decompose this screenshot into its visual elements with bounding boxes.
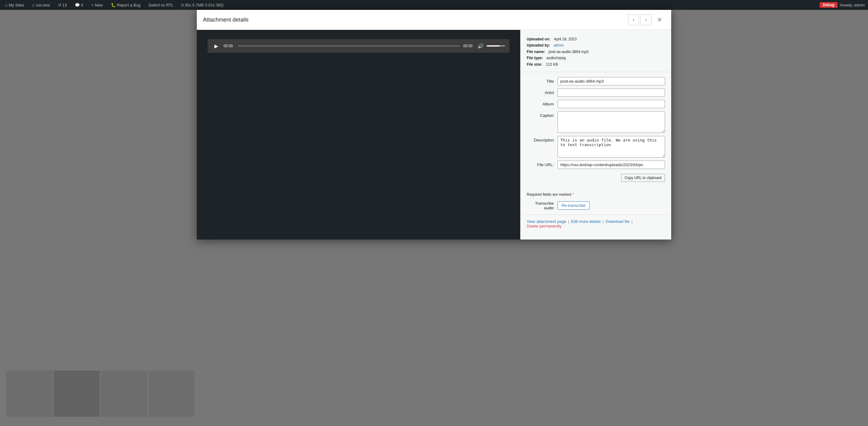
chevron-left-icon: ‹	[633, 17, 634, 23]
updates-count: 13	[63, 3, 67, 7]
prev-attachment-button[interactable]: ‹	[628, 14, 639, 25]
my-sites-label: My Sites	[9, 3, 24, 7]
admin-bar-comments[interactable]: 💬 0	[73, 0, 85, 10]
play-button[interactable]: ▶	[212, 41, 221, 50]
caption-label: Caption	[527, 111, 558, 118]
transcribe-label: Transcribe audio	[527, 201, 558, 210]
file-size-label: File size:	[527, 61, 542, 67]
description-field-row: Description This is an audio file. We ar…	[527, 136, 665, 158]
modal-title: Attachment details	[203, 17, 249, 23]
file-url-field-row: File URL:	[527, 161, 665, 169]
title-input[interactable]	[558, 77, 665, 85]
artist-label: Artist	[527, 88, 558, 95]
uploaded-on-value: April 18, 2023	[554, 36, 577, 42]
file-name-row: File name: post-as-audio-3864.mp3	[527, 49, 665, 55]
required-note-text: Required fields are marked	[527, 192, 572, 197]
audio-progress-bar[interactable]	[238, 45, 460, 47]
attachment-details-panel: Uploaded on: April 18, 2023 Uploaded by:…	[520, 30, 671, 239]
debug-badge: Debug	[819, 2, 837, 8]
title-field-row: Title	[527, 77, 665, 85]
perf-label: 0.35s 5.7MB 0.01s 36Q	[181, 3, 224, 7]
separator-1: |	[568, 219, 569, 224]
site-icon: ⌂	[32, 2, 34, 7]
file-name-label: File name:	[527, 49, 545, 55]
transcribe-row: Transcribe audio Re-transcribe	[521, 199, 671, 215]
separator-3: |	[631, 219, 632, 224]
new-label: + New	[91, 3, 102, 7]
edit-details-link[interactable]: Edit more details	[571, 219, 601, 224]
file-size-value: 112 KB	[546, 61, 558, 67]
file-type-row: File type: audio/mpeg	[527, 55, 665, 61]
volume-fill	[487, 45, 500, 47]
file-name-value: post-as-audio-3864.mp3	[549, 49, 589, 55]
uploaded-by-row: Uploaded by: admin	[527, 42, 665, 48]
time-total: 00:00	[463, 44, 474, 48]
uploaded-on-row: Uploaded on: April 18, 2023	[527, 36, 665, 42]
caption-field-row: Caption	[527, 111, 665, 133]
file-url-label: File URL:	[527, 161, 558, 167]
description-textarea[interactable]: This is an audio file. We are using this…	[558, 136, 665, 158]
admin-bar-rtl[interactable]: Switch to RTL	[147, 0, 175, 10]
title-label: Title	[527, 77, 558, 84]
view-attachment-link[interactable]: View attachment page	[527, 219, 566, 224]
separator-2: |	[603, 219, 604, 224]
download-file-link[interactable]: Download file	[606, 219, 629, 224]
album-input[interactable]	[558, 100, 665, 108]
required-note: Required fields are marked *	[521, 189, 671, 199]
close-icon: ✕	[657, 16, 662, 23]
file-meta: Uploaded on: April 18, 2023 Uploaded by:…	[521, 30, 671, 72]
album-field-row: Album	[527, 100, 665, 108]
updates-icon: ↺	[58, 3, 61, 7]
chevron-right-icon: ›	[645, 17, 647, 23]
modal-overlay: Attachment details ‹ › ✕	[0, 10, 868, 426]
admin-bar-updates[interactable]: ↺ 13	[56, 0, 69, 10]
modal-header: Attachment details ‹ › ✕	[197, 10, 671, 30]
admin-bar-perf: 0.35s 5.7MB 0.01s 36Q	[180, 0, 225, 10]
mute-button[interactable]: 🔊	[477, 43, 484, 49]
rtl-label: Switch to RTL	[149, 3, 174, 7]
file-type-value: audio/mpeg	[547, 55, 566, 61]
volume-slider[interactable]	[487, 45, 505, 47]
copy-url-button[interactable]: Copy URL to clipboard	[621, 174, 665, 182]
close-modal-button[interactable]: ✕	[654, 14, 665, 25]
admin-bar-report-bug[interactable]: 🐛 Report a Bug	[109, 0, 143, 10]
audio-player: ▶ 00:00 00:00 🔊	[208, 39, 509, 53]
description-label: Description	[527, 136, 558, 142]
comments-icon: 💬	[75, 3, 80, 7]
file-url-input[interactable]	[558, 161, 665, 169]
comments-count: 0	[81, 3, 83, 7]
required-asterisk: *	[572, 192, 574, 197]
admin-bar: ⌂ My Sites ⌂ oss.test ↺ 13 💬 0 + New 🐛 R…	[0, 0, 868, 10]
attachment-modal: Attachment details ‹ › ✕	[197, 10, 671, 239]
delete-permanently-link[interactable]: Delete permanently	[527, 224, 561, 228]
my-sites-icon: ⌂	[5, 2, 7, 7]
attachment-actions: View attachment page | Edit more details…	[521, 215, 671, 233]
caption-textarea[interactable]	[558, 111, 665, 133]
retranscribe-button[interactable]: Re-transcribe	[558, 201, 590, 209]
modal-navigation: ‹ › ✕	[628, 14, 665, 25]
admin-bar-site[interactable]: ⌂ oss.test	[30, 0, 52, 10]
uploaded-on-label: Uploaded on:	[527, 36, 551, 42]
wp-admin-area: Attachment details ‹ › ✕	[0, 10, 868, 426]
uploaded-by-label: Uploaded by:	[527, 42, 550, 48]
next-attachment-button[interactable]: ›	[640, 14, 651, 25]
bug-icon: 🐛	[111, 3, 116, 7]
file-type-label: File type:	[527, 55, 543, 61]
howdy-label: Howdy, admin	[840, 3, 865, 7]
artist-input[interactable]	[558, 88, 665, 97]
uploaded-by-link[interactable]: admin	[554, 42, 564, 48]
file-size-row: File size: 112 KB	[527, 61, 665, 67]
artist-field-row: Artist	[527, 88, 665, 97]
album-label: Album	[527, 100, 558, 106]
admin-bar-right: Debug Howdy, admin	[819, 2, 865, 8]
copy-url-row: Copy URL to clipboard	[527, 172, 665, 182]
modal-body: ▶ 00:00 00:00 🔊	[197, 30, 671, 239]
report-bug-label: Report a Bug	[117, 3, 141, 7]
admin-bar-my-sites[interactable]: ⌂ My Sites	[3, 0, 26, 10]
speaker-icon: 🔊	[477, 43, 484, 49]
time-current: 00:00	[224, 44, 235, 48]
admin-bar-new[interactable]: + New	[89, 0, 104, 10]
media-preview-panel: ▶ 00:00 00:00 🔊	[197, 30, 520, 239]
attachment-fields: Title Artist Album	[521, 72, 671, 189]
play-icon: ▶	[214, 43, 218, 49]
